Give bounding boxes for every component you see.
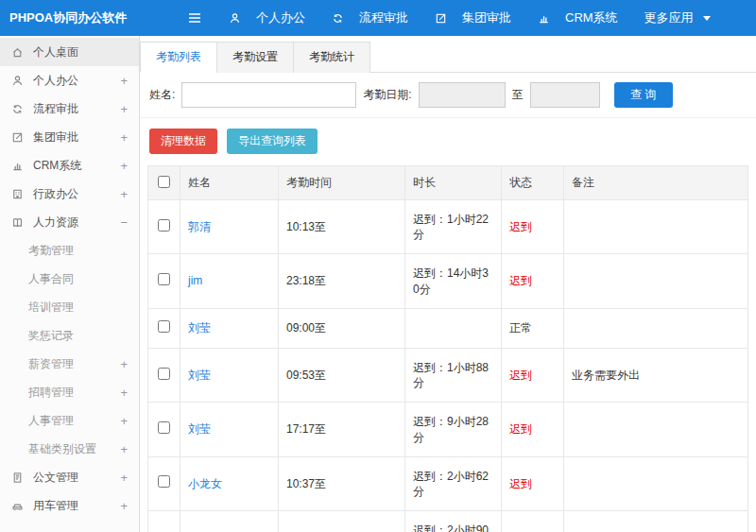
select-all-checkbox[interactable]	[158, 176, 170, 188]
sidebar-item-recruitment-management[interactable]: 招聘管理 +	[0, 378, 139, 406]
edit-icon	[435, 11, 449, 25]
sidebar-item-label: 培训管理	[28, 300, 124, 316]
sidebar-item-workflow-approval[interactable]: 流程审批 +	[0, 94, 139, 123]
date-start-input[interactable]	[419, 82, 506, 108]
table-row: 郭清 10:13至 迟到：1小时22分 迟到	[148, 200, 748, 254]
edit-icon	[11, 130, 26, 144]
duration-line: 迟到：2小时62分	[413, 469, 493, 499]
sidebar-item-rewards-records[interactable]: 奖惩记录	[0, 321, 139, 350]
row-checkbox[interactable]	[158, 368, 170, 380]
expand-sign: +	[120, 74, 128, 88]
employee-name-link[interactable]: 刘莹	[188, 369, 211, 382]
filter-bar: 姓名: 考勤日期: 至 查 询	[140, 73, 756, 118]
status-badge: 迟到	[502, 456, 564, 510]
expand-sign: +	[120, 187, 128, 201]
chart-icon	[538, 11, 552, 25]
hamburger-icon	[187, 11, 202, 25]
topnav-personal-office[interactable]: 个人办公	[215, 0, 318, 36]
sidebar-item-basic-category-settings[interactable]: 基础类别设置 +	[0, 435, 139, 463]
row-checkbox[interactable]	[158, 273, 170, 285]
attendance-time: 10:13至	[279, 200, 405, 254]
column-header-duration: 时长	[405, 166, 502, 200]
sidebar: 个人桌面 个人办公 + 流程审批 + 集团审批 + CRM系统 + 行政办公 +	[0, 36, 140, 532]
note-cell	[564, 456, 748, 510]
expand-sign: +	[120, 102, 128, 116]
sidebar-item-label: 行政办公	[33, 186, 116, 202]
sidebar-item-label: 人事合同	[28, 271, 124, 287]
topnav-crm-system[interactable]: CRM系统	[524, 0, 631, 36]
duration-cell: 迟到：2小时62分	[405, 456, 502, 510]
date-end-input[interactable]	[530, 82, 600, 108]
row-checkbox[interactable]	[158, 421, 170, 434]
sidebar-item-attendance-management[interactable]: 考勤管理	[0, 236, 139, 265]
sidebar-item-personal-desktop[interactable]: 个人桌面	[0, 38, 139, 66]
table-row: 管理员 10:54至10:54 迟到：2小时90分早退：7小时10分 迟到/早退…	[148, 511, 748, 532]
duration-cell	[405, 308, 502, 348]
duration-line: 迟到：1小时88分	[413, 360, 493, 390]
sidebar-item-label: 集团审批	[33, 129, 116, 146]
date-filter-label: 考勤日期:	[363, 87, 411, 103]
sidebar-item-document-management[interactable]: 公文管理 +	[0, 463, 139, 491]
topnav-group-approval[interactable]: 集团审批	[421, 0, 524, 36]
table-row: 刘莹 17:17至 迟到：9小时28分 迟到	[148, 403, 748, 456]
expand-sign: +	[120, 386, 128, 400]
sidebar-item-personnel-contract[interactable]: 人事合同	[0, 265, 139, 293]
sidebar-item-human-resources[interactable]: 人力资源 −	[0, 208, 139, 236]
note-cell	[564, 308, 748, 348]
clear-data-button[interactable]: 清理数据	[149, 129, 217, 154]
employee-name-link[interactable]: 小龙女	[188, 477, 222, 490]
sidebar-item-personnel-management[interactable]: 人事管理 +	[0, 406, 139, 435]
sidebar-item-training-management[interactable]: 培训管理	[0, 293, 139, 321]
topnav-workflow-approval[interactable]: 流程审批	[318, 0, 421, 36]
sidebar-item-salary-management[interactable]: 薪资管理 +	[0, 350, 139, 378]
expand-sign: +	[120, 159, 128, 173]
sidebar-item-admin-office[interactable]: 行政办公 +	[0, 180, 139, 208]
sidebar-item-label: CRM系统	[33, 158, 116, 174]
duration-line: 迟到：14小时30分	[413, 266, 493, 296]
building-icon	[11, 187, 26, 200]
top-nav: 个人办公 流程审批 集团审批 CRM系统 更多应用	[215, 0, 724, 36]
row-checkbox[interactable]	[158, 320, 170, 333]
sidebar-item-crm-system[interactable]: CRM系统 +	[0, 151, 139, 180]
export-list-button[interactable]: 导出查询列表	[227, 129, 318, 154]
sidebar-item-vehicle-management[interactable]: 用车管理 +	[0, 491, 139, 520]
name-filter-input[interactable]	[181, 82, 356, 108]
search-button[interactable]: 查 询	[614, 82, 673, 108]
tab-attendance-settings[interactable]: 考勤设置	[216, 42, 294, 73]
attendance-time: 10:54至10:54	[279, 511, 405, 532]
sidebar-item-label: 基础类别设置	[28, 441, 116, 457]
row-checkbox[interactable]	[158, 219, 170, 232]
tab-attendance-list[interactable]: 考勤列表	[140, 42, 217, 73]
sidebar-item-group-approval[interactable]: 集团审批 +	[0, 123, 139, 151]
employee-name-link[interactable]: 郭清	[188, 220, 211, 233]
duration-cell: 迟到：1小时88分	[405, 348, 502, 402]
attendance-time: 09:00至	[279, 308, 405, 348]
row-checkbox[interactable]	[158, 475, 170, 488]
duration-cell: 迟到：1小时22分	[405, 200, 502, 254]
action-bar: 清理数据 导出查询列表	[140, 118, 756, 165]
topnav-label: 更多应用	[644, 9, 694, 26]
sidebar-item-label: 考勤管理	[28, 243, 124, 259]
date-to-label: 至	[512, 87, 524, 103]
duration-cell: 迟到：2小时90分早退：7小时10分	[405, 511, 502, 532]
chevron-down-icon	[703, 16, 711, 21]
topnav-more-apps[interactable]: 更多应用	[631, 0, 724, 36]
tab-attendance-stats[interactable]: 考勤统计	[293, 42, 370, 73]
employee-name-link[interactable]: 刘莹	[188, 321, 211, 335]
sidebar-item-personal-office[interactable]: 个人办公 +	[0, 66, 139, 94]
column-header-time: 考勤时间	[279, 166, 405, 200]
employee-name-link[interactable]: 刘莹	[188, 422, 211, 436]
duration-line: 迟到：2小时90分	[413, 523, 493, 532]
topnav-label: 集团审批	[462, 9, 511, 26]
status-badge: 迟到	[502, 403, 564, 456]
tab-bar: 考勤列表 考勤设置 考勤统计	[140, 36, 756, 73]
duration-cell: 迟到：14小时30分	[405, 254, 502, 308]
menu-toggle-button[interactable]	[187, 11, 202, 25]
expand-sign: +	[120, 357, 128, 371]
attendance-time: 23:18至	[279, 254, 405, 308]
column-header-status: 状态	[502, 166, 564, 200]
expand-sign: +	[120, 130, 128, 145]
table-wrapper: 姓名 考勤时间 时长 状态 备注 郭清 10:13至 迟到：1小时22分 迟到	[140, 165, 756, 532]
expand-sign: +	[120, 471, 128, 485]
employee-name-link[interactable]: jim	[188, 274, 202, 287]
